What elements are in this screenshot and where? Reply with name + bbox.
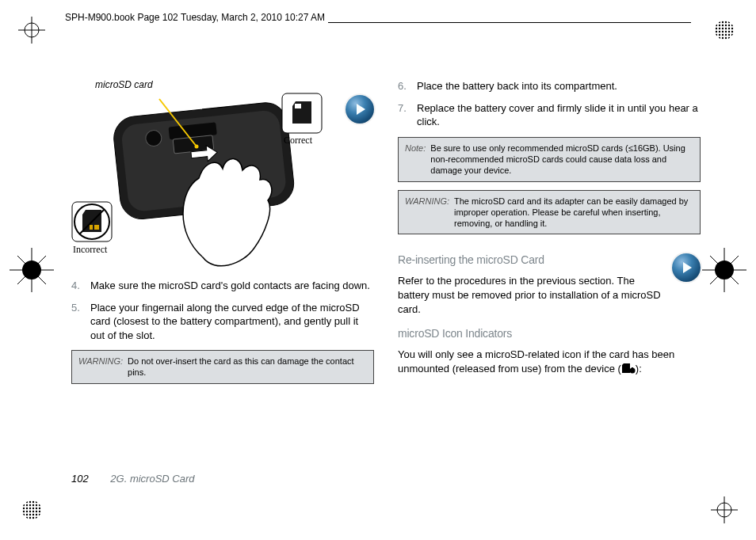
- note-right-label: Note:: [405, 143, 426, 177]
- step-4-text: Make sure the microSD card's gold contac…: [90, 280, 370, 291]
- page-body: microSD card Correct Incorrect 4. Make s…: [71, 79, 701, 492]
- page-number: 102: [71, 473, 89, 485]
- reg-mark-top-right: [708, 14, 740, 46]
- print-header: SPH-M900.book Page 102 Tuesday, March 2,…: [65, 22, 691, 34]
- play-button-right[interactable]: [672, 253, 701, 282]
- illus-incorrect-label: Incorrect: [73, 244, 107, 256]
- steps-left: 4. Make sure the microSD card's gold con…: [71, 279, 374, 342]
- step-4-num: 4.: [71, 279, 80, 293]
- reg-mark-left: [10, 248, 54, 292]
- step-5: 5. Place your fingernail along the curve…: [71, 301, 374, 343]
- svg-point-27: [195, 145, 199, 149]
- sd-unmounted-icon: [621, 362, 636, 376]
- microsd-illustration: microSD card Correct Incorrect: [71, 79, 374, 269]
- play-button-left[interactable]: [346, 95, 374, 124]
- warning-right-label: WARNING:: [405, 196, 449, 230]
- play-icon: [672, 253, 701, 282]
- illus-microsd-label: microSD card: [95, 79, 153, 90]
- svg-rect-29: [295, 104, 301, 108]
- svg-point-6: [22, 500, 41, 519]
- warning-right: WARNING: The microSD card and its adapte…: [398, 190, 701, 235]
- reg-mark-bottom-right: [708, 494, 740, 526]
- reinsert-heading: Re-inserting the microSD Card: [398, 253, 662, 266]
- right-column: 6. Place the battery back into its compa…: [398, 79, 701, 492]
- svg-rect-32: [90, 225, 93, 230]
- warning-right-text: The microSD card and its adapter can be …: [454, 196, 693, 230]
- indicators-body-post: ):: [636, 363, 642, 375]
- warning-left-text: Do not over-insert the card as this can …: [128, 356, 367, 378]
- reg-mark-bottom-left: [16, 494, 48, 526]
- step-5-num: 5.: [71, 301, 80, 315]
- warning-left-label: WARNING:: [78, 356, 123, 378]
- note-right-text: Be sure to use only recommended microSD …: [430, 143, 693, 177]
- section-title: 2G. microSD Card: [110, 473, 194, 485]
- step-7-num: 7.: [398, 101, 407, 116]
- step-4: 4. Make sure the microSD card's gold con…: [71, 279, 374, 293]
- step-7: 7. Replace the battery cover and firmly …: [398, 101, 701, 129]
- left-column: microSD card Correct Incorrect 4. Make s…: [71, 79, 374, 492]
- play-icon: [346, 95, 374, 124]
- svg-rect-31: [94, 225, 99, 230]
- footer: 102 2G. microSD Card: [71, 473, 195, 485]
- reg-mark-top-left: [16, 14, 48, 46]
- svg-point-4: [715, 21, 734, 40]
- step-6-num: 6.: [398, 79, 407, 93]
- print-header-text: SPH-M900.book Page 102 Tuesday, March 2,…: [65, 12, 328, 23]
- step-5-text: Place your fingernail along the curved e…: [90, 302, 360, 341]
- illus-correct-label: Correct: [284, 135, 312, 146]
- svg-rect-36: [632, 367, 633, 369]
- step-6: 6. Place the battery back into its compa…: [398, 79, 701, 93]
- steps-right: 6. Place the battery back into its compa…: [398, 79, 701, 129]
- note-right: Note: Be sure to use only recommended mi…: [398, 137, 701, 182]
- reg-mark-right: [702, 248, 746, 292]
- step-6-text: Place the battery back into its compartm…: [417, 80, 617, 92]
- indicators-heading: microSD Icon Indicators: [398, 327, 701, 340]
- reinsert-body: Refer to the procedures in the previous …: [398, 274, 662, 316]
- indicators-body: You will only see a microSD-related icon…: [398, 348, 701, 376]
- step-7-text: Replace the battery cover and firmly sli…: [417, 102, 698, 128]
- warning-left: WARNING: Do not over-insert the card as …: [71, 350, 374, 384]
